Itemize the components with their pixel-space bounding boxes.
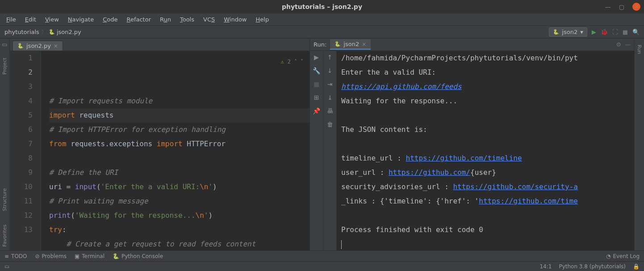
- scroll-end-icon[interactable]: ⤓: [327, 94, 333, 101]
- menu-view[interactable]: View: [42, 15, 63, 24]
- tool-todo[interactable]: ≡ TODO: [4, 253, 27, 259]
- run-icon[interactable]: ▶: [592, 29, 596, 35]
- editor-tab-label: json2.py: [26, 42, 51, 49]
- tool-terminal[interactable]: ▣ Terminal: [75, 253, 105, 259]
- chevron-up-icon[interactable]: ˄: [294, 55, 297, 69]
- up-icon[interactable]: ↑: [327, 54, 333, 61]
- tool-problems[interactable]: ⊘ Problems: [35, 253, 67, 259]
- sidebar-tab-project[interactable]: Project: [2, 54, 8, 78]
- run-toolbar: ▶ 🔧 ■ ⊞ 📌: [310, 51, 323, 250]
- run-label: Run:: [314, 41, 326, 48]
- python-file-icon: 🐍: [49, 29, 55, 35]
- minimize-icon[interactable]: —: [605, 4, 611, 10]
- code-body[interactable]: ⚠ 2 ˄ ˅ # Import requests moduleimport r…: [41, 51, 309, 250]
- menu-code[interactable]: Code: [99, 15, 121, 24]
- project-tool-icon[interactable]: ▭: [2, 41, 7, 48]
- menu-vcs[interactable]: VCS: [200, 15, 218, 24]
- python-file-icon: 🐍: [17, 43, 24, 49]
- sidebar-tab-favorites[interactable]: Favorites: [2, 221, 8, 250]
- nav-toolbar: phytutorials 〉 🐍 json2.py 🐍 json2 ▾ ▶ 🐞 …: [0, 26, 644, 38]
- tool-python-console[interactable]: 🐍 Python Console: [113, 253, 163, 259]
- run-panel: Run: 🐍 json2 × ⚙ — ▶ 🔧 ■ ⊞ 📌 ↑ ↓ ⇥ ⤓: [310, 38, 634, 250]
- close-icon[interactable]: ×: [362, 41, 366, 47]
- cursor-position[interactable]: 14:1: [539, 263, 552, 270]
- stop-icon[interactable]: ■: [314, 80, 319, 88]
- chevron-down-icon[interactable]: ˅: [301, 55, 303, 69]
- breadcrumb-project[interactable]: phytutorials: [4, 29, 39, 35]
- layout-icon[interactable]: ⊞: [314, 94, 319, 101]
- breadcrumb: phytutorials 〉 🐍 json2.py: [4, 28, 81, 36]
- menu-run[interactable]: Run: [156, 15, 175, 24]
- breadcrumb-file[interactable]: json2.py: [57, 29, 81, 35]
- chevron-down-icon: ▾: [580, 29, 583, 35]
- editor-tab-json2[interactable]: 🐍 json2.py ×: [13, 41, 63, 51]
- tool-event-log[interactable]: ◔ Event Log: [606, 253, 640, 259]
- warning-icon: ⚠: [281, 55, 284, 69]
- wrench-icon[interactable]: 🔧: [313, 67, 320, 74]
- status-menu-icon[interactable]: ▭: [4, 263, 9, 270]
- lock-icon[interactable]: 🔒: [633, 263, 640, 270]
- search-icon[interactable]: 🔍: [632, 29, 640, 35]
- print-icon[interactable]: 🖶: [327, 107, 333, 114]
- right-tool-strip: Run: [634, 38, 644, 250]
- sidebar-tab-run[interactable]: Run: [636, 41, 642, 58]
- stop-icon[interactable]: ■: [623, 29, 628, 35]
- menu-refactor[interactable]: Refactor: [123, 15, 155, 24]
- menu-help[interactable]: Help: [252, 15, 273, 24]
- gear-icon[interactable]: ⚙: [616, 41, 621, 48]
- rerun-icon[interactable]: ▶: [314, 54, 319, 61]
- close-icon[interactable]: ✕: [632, 3, 640, 11]
- interpreter-label[interactable]: Python 3.8 (phytutorials): [559, 263, 626, 270]
- sidebar-tab-structure[interactable]: Structure: [2, 185, 8, 215]
- bottom-toolbar: ≡ TODO ⊘ Problems ▣ Terminal 🐍 Python Co…: [0, 250, 644, 261]
- maximize-icon[interactable]: ▢: [619, 4, 624, 10]
- warn-count: 2: [288, 55, 291, 69]
- code-editor[interactable]: 12345678910111213 ⚠ 2 ˄ ˅ # Import reque…: [10, 51, 309, 250]
- hide-icon[interactable]: —: [625, 41, 631, 48]
- down-icon[interactable]: ↓: [327, 67, 333, 74]
- python-file-icon: 🐍: [335, 41, 341, 47]
- editor-panel: 🐍 json2.py × 12345678910111213 ⚠ 2 ˄ ˅ #…: [10, 38, 310, 250]
- window-titlebar: phytutorials – json2.py — ▢ ✕: [0, 0, 644, 13]
- left-tool-strip: ▭ Project Structure Favorites: [0, 38, 10, 250]
- menu-edit[interactable]: Edit: [21, 15, 40, 24]
- python-file-icon: 🐍: [553, 29, 559, 35]
- line-gutter: 12345678910111213: [10, 51, 41, 250]
- run-config-selector[interactable]: 🐍 json2 ▾: [549, 27, 587, 37]
- debug-icon[interactable]: 🐞: [601, 29, 608, 35]
- trash-icon[interactable]: 🗑: [327, 121, 333, 128]
- status-bar: ▭ 14:1 Python 3.8 (phytutorials) 🔒: [0, 261, 644, 271]
- editor-tabs: 🐍 json2.py ×: [10, 38, 309, 51]
- run-tab-label: json2: [343, 41, 359, 47]
- menu-tools[interactable]: Tools: [176, 15, 198, 24]
- console-output[interactable]: /home/fahmida/PycharmProjects/phytutoria…: [337, 51, 634, 250]
- coverage-icon[interactable]: ⛶: [612, 29, 618, 35]
- window-title: phytutorials – json2.py: [282, 3, 362, 10]
- inspection-widget[interactable]: ⚠ 2 ˄ ˅: [281, 55, 303, 69]
- menu-navigate[interactable]: Navigate: [64, 15, 97, 24]
- close-icon[interactable]: ×: [54, 43, 58, 49]
- run-config-label: json2: [562, 29, 577, 35]
- pin-icon[interactable]: 📌: [313, 107, 320, 114]
- run-tab-json2[interactable]: 🐍 json2 ×: [330, 39, 371, 50]
- chevron-right-icon: 〉: [41, 28, 47, 36]
- soft-wrap-icon[interactable]: ⇥: [327, 80, 333, 88]
- run-toolbar-secondary: ↑ ↓ ⇥ ⤓ 🖶 🗑: [323, 51, 337, 250]
- menu-window[interactable]: Window: [220, 15, 250, 24]
- menu-file[interactable]: File: [3, 15, 20, 24]
- run-header: Run: 🐍 json2 × ⚙ —: [310, 38, 634, 51]
- menubar: File Edit View Navigate Code Refactor Ru…: [0, 13, 644, 26]
